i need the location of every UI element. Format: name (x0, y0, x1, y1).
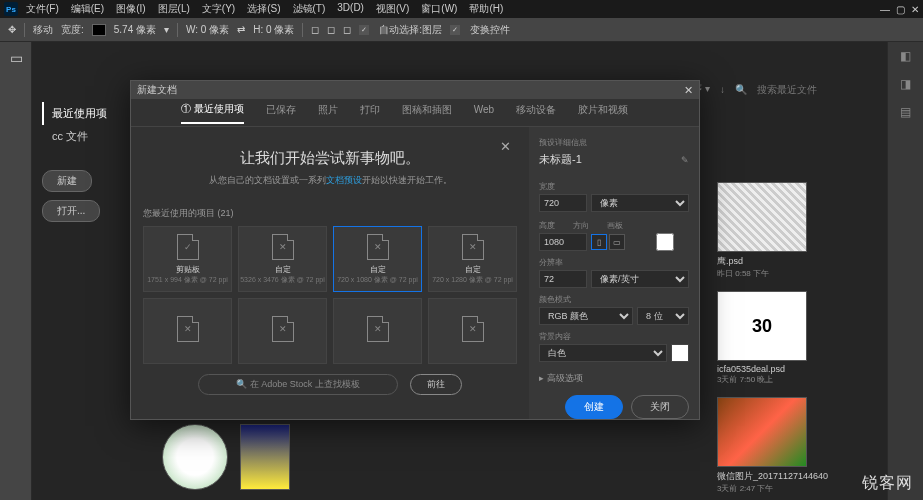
file-thumb[interactable] (162, 424, 228, 490)
file-thumb (717, 182, 807, 252)
res-input[interactable] (539, 270, 587, 288)
close-icon[interactable]: ✕ (911, 4, 919, 15)
tools-panel: ▭ (0, 42, 32, 500)
preset-item[interactable]: ✕ (238, 298, 327, 364)
open-button[interactable]: 打开... (42, 200, 100, 222)
file-meta: 3天前 2:47 下午 (717, 483, 837, 494)
sort-dir-icon[interactable]: ↓ (720, 84, 725, 95)
res-unit[interactable]: 像素/英寸 (591, 270, 689, 288)
go-button[interactable]: 前往 (410, 374, 462, 395)
menu-edit[interactable]: 编辑(E) (71, 2, 104, 16)
preset-item[interactable]: ✕ (333, 298, 422, 364)
tab-recent[interactable]: ① 最近使用项 (181, 102, 244, 124)
file-item[interactable]: 微信图片_20171127144640 3天前 2:47 下午 (717, 397, 837, 494)
section-label: 您最近使用的项目 (21) (143, 207, 517, 220)
hero-text: 从您自己的文档设置或一系列文档预设开始以快速开始工作。 (163, 174, 497, 187)
panel-icon[interactable]: ◨ (888, 70, 923, 98)
menu-3d[interactable]: 3D(D) (337, 2, 364, 16)
preset-item[interactable]: ✕ (143, 298, 232, 364)
tool-rect[interactable]: ▭ (2, 44, 30, 72)
file-name: icfa0535deal.psd (717, 364, 837, 374)
tab-saved[interactable]: 已保存 (266, 103, 296, 123)
height-input[interactable] (539, 233, 587, 251)
color-depth[interactable]: 8 位 (637, 307, 689, 325)
edit-name-icon[interactable]: ✎ (681, 155, 689, 165)
new-document-dialog: 新建文档 ✕ ① 最近使用项 已保存 照片 打印 图稿和插图 Web 移动设备 … (130, 80, 700, 420)
create-button[interactable]: 创建 (565, 395, 623, 419)
menu-help[interactable]: 帮助(H) (469, 2, 503, 16)
tab-web[interactable]: Web (474, 104, 494, 121)
width-label: 宽度: (61, 23, 84, 37)
artboard-checkbox[interactable] (641, 233, 689, 251)
file-meta: 3天前 7:50 晚上 (717, 374, 837, 385)
close-button[interactable]: 关闭 (631, 395, 689, 419)
ps-logo: Ps (4, 2, 18, 16)
preset-custom-selected[interactable]: ✕自定720 x 1080 像素 @ 72 ppi (333, 226, 422, 292)
file-item[interactable]: 鹰.psd 昨日 0:58 下午 (717, 182, 837, 279)
menu-file[interactable]: 文件(F) (26, 2, 59, 16)
orient-label: 方向 (573, 220, 589, 231)
watermark: 锐客网 (862, 473, 913, 494)
file-name: 微信图片_20171127144640 (717, 470, 837, 483)
transform-checkbox[interactable]: ✓ (450, 25, 460, 35)
file-item[interactable]: 30 icfa0535deal.psd 3天前 7:50 晚上 (717, 291, 837, 385)
tab-film[interactable]: 胶片和视频 (578, 103, 628, 123)
tab-print[interactable]: 打印 (360, 103, 380, 123)
dialog-title: 新建文档 (137, 83, 177, 97)
color-mode[interactable]: RGB 颜色 (539, 307, 633, 325)
search-input[interactable] (757, 84, 837, 95)
details-header: 预设详细信息 (539, 137, 689, 148)
menu-filter[interactable]: 滤镜(T) (293, 2, 326, 16)
file-meta: 昨日 0:58 下午 (717, 268, 837, 279)
tab-art[interactable]: 图稿和插图 (402, 103, 452, 123)
preset-custom[interactable]: ✕自定720 x 1280 像素 @ 72 ppi (428, 226, 517, 292)
menu-window[interactable]: 窗口(W) (421, 2, 457, 16)
menu-layer[interactable]: 图层(L) (158, 2, 190, 16)
bg-label: 背景内容 (539, 331, 689, 342)
panel-icon[interactable]: ▤ (888, 98, 923, 126)
doc-name[interactable]: 未标题-1 (539, 152, 582, 167)
preset-item[interactable]: ✕ (428, 298, 517, 364)
orient-portrait[interactable]: ▯ (591, 234, 607, 250)
transform-label: 变换控件 (470, 23, 510, 37)
tool-icon[interactable]: ✥ (8, 24, 16, 35)
tab-mobile[interactable]: 移动设备 (516, 103, 556, 123)
height-label: 高度 (539, 220, 555, 231)
maximize-icon[interactable]: ▢ (896, 4, 905, 15)
panel-icon[interactable]: ◧ (888, 42, 923, 70)
stock-search[interactable]: 🔍 在 Adobe Stock 上查找模板 (198, 374, 398, 395)
width-input[interactable] (539, 194, 587, 212)
panels-dock: ◧ ◨ ▤ (887, 42, 923, 500)
minimize-icon[interactable]: — (880, 4, 890, 15)
menu-text[interactable]: 文字(Y) (202, 2, 235, 16)
menu-select[interactable]: 选择(S) (247, 2, 280, 16)
file-thumb (717, 397, 807, 467)
bg-swatch[interactable] (671, 344, 689, 362)
auto-select-checkbox[interactable]: ✓ (359, 25, 369, 35)
menu-view[interactable]: 视图(V) (376, 2, 409, 16)
color-label: 颜色模式 (539, 294, 689, 305)
bg-select[interactable]: 白色 (539, 344, 667, 362)
hero-title: 让我们开始尝试新事物吧。 (163, 149, 497, 168)
sidebar-cc[interactable]: cc 文件 (42, 125, 142, 148)
hero-close-icon[interactable]: ✕ (500, 139, 511, 154)
hero-link[interactable]: 文档预设 (326, 175, 362, 185)
file-thumb[interactable] (240, 424, 290, 490)
tab-photo[interactable]: 照片 (318, 103, 338, 123)
search-icon: 🔍 (735, 84, 747, 95)
menu-image[interactable]: 图像(I) (116, 2, 145, 16)
file-name: 鹰.psd (717, 255, 837, 268)
h-value: H: 0 像素 (253, 23, 294, 37)
color-swatch[interactable] (92, 24, 106, 36)
advanced-toggle[interactable]: ▸ 高级选项 (539, 372, 689, 385)
width-unit[interactable]: 像素 (591, 194, 689, 212)
w-value: W: 0 像素 (186, 23, 229, 37)
dialog-close-icon[interactable]: ✕ (684, 84, 693, 97)
preset-custom[interactable]: ✕自定5326 x 3476 像素 @ 72 ppi (238, 226, 327, 292)
preset-clipboard[interactable]: ✓剪贴板1751 x 994 像素 @ 72 ppi (143, 226, 232, 292)
move-label: 移动 (33, 23, 53, 37)
orient-landscape[interactable]: ▭ (609, 234, 625, 250)
sidebar-recent[interactable]: 最近使用项 (42, 102, 142, 125)
new-button[interactable]: 新建 (42, 170, 92, 192)
file-thumb: 30 (717, 291, 807, 361)
